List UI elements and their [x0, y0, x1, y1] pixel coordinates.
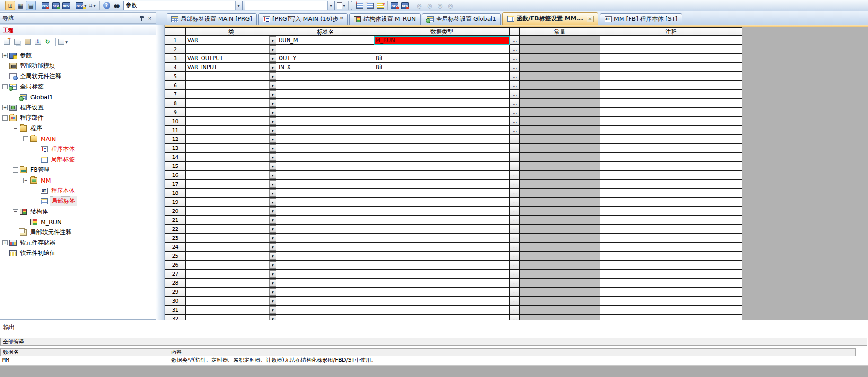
comment-cell[interactable]: [600, 297, 742, 306]
comment-cell[interactable]: [600, 315, 742, 320]
browse-button[interactable]: ...: [510, 144, 519, 152]
browse-button[interactable]: ...: [510, 270, 519, 278]
comment-cell[interactable]: [600, 225, 742, 234]
class-cell[interactable]: ▼: [186, 252, 277, 261]
comment-cell[interactable]: [600, 36, 742, 45]
label-name-cell[interactable]: RUN_M: [277, 36, 374, 45]
class-cell[interactable]: ▼: [186, 288, 277, 297]
tab-6[interactable]: MM [FB] 程序本体 [ST]: [600, 13, 682, 25]
device-write-icon[interactable]: DEV: [400, 1, 410, 10]
data-type-cell[interactable]: [374, 252, 510, 261]
data-type-cell[interactable]: [374, 279, 510, 288]
data-type-cell[interactable]: [374, 243, 510, 252]
comment-cell[interactable]: [600, 270, 742, 279]
label-name-cell[interactable]: [277, 261, 374, 270]
comment-cell[interactable]: [600, 126, 742, 135]
comment-cell[interactable]: [600, 135, 742, 144]
data-type-cell[interactable]: [374, 315, 510, 320]
data-type-cell[interactable]: [374, 81, 510, 90]
tree-item-软元件初始值[interactable]: 软元件初始值: [0, 248, 156, 258]
browse-button[interactable]: ...: [510, 153, 519, 161]
class-dropdown-button[interactable]: ▼: [269, 108, 276, 116]
expand-icon[interactable]: +: [2, 105, 8, 110]
label-name-cell[interactable]: [277, 162, 374, 171]
data-type-cell[interactable]: [374, 288, 510, 297]
tree-item-全局软元件注释[interactable]: 全局软元件注释: [0, 71, 156, 81]
browse-button[interactable]: ...: [510, 261, 519, 269]
row-number[interactable]: 14: [165, 153, 186, 162]
tree-item-MAIN[interactable]: −MAIN: [0, 133, 156, 144]
class-dropdown-button[interactable]: ▼: [269, 144, 276, 152]
label-name-cell[interactable]: [277, 198, 374, 207]
class-cell[interactable]: ▼: [186, 45, 277, 54]
row-number[interactable]: 3: [165, 54, 186, 63]
comment-cell[interactable]: [600, 288, 742, 297]
comment-cell[interactable]: [600, 180, 742, 189]
module-configuration-icon[interactable]: ▦: [16, 1, 26, 10]
class-cell[interactable]: ▼: [186, 171, 277, 180]
label-name-cell[interactable]: [277, 297, 374, 306]
new-data-icon[interactable]: [2, 37, 11, 47]
browse-button[interactable]: ...: [510, 108, 519, 116]
sort-icon[interactable]: ▼: [58, 37, 68, 47]
label-name-cell[interactable]: [277, 225, 374, 234]
class-dropdown-button[interactable]: ▼: [269, 288, 276, 296]
data-type-cell[interactable]: [374, 99, 510, 108]
label-name-cell[interactable]: [277, 99, 374, 108]
row-number[interactable]: 19: [165, 198, 186, 207]
row-number[interactable]: 10: [165, 117, 186, 126]
refresh-icon[interactable]: [44, 37, 53, 47]
class-dropdown-button[interactable]: ▼: [269, 99, 276, 107]
device-display-icon[interactable]: DEV▼: [75, 1, 87, 10]
browse-button[interactable]: ...: [510, 243, 519, 251]
tree-item-局部软元件注释[interactable]: 局部软元件注释: [0, 227, 156, 237]
collapse-icon[interactable]: −: [2, 115, 8, 121]
class-cell[interactable]: ▼: [186, 162, 277, 171]
label-name-cell[interactable]: [277, 234, 374, 243]
collapse-icon[interactable]: −: [23, 136, 28, 141]
row-number[interactable]: 17: [165, 180, 186, 189]
comment-cell[interactable]: [600, 81, 742, 90]
label-name-cell[interactable]: [277, 108, 374, 117]
class-dropdown-button[interactable]: ▼: [269, 297, 276, 305]
class-dropdown-button[interactable]: ▼: [269, 261, 276, 269]
data-type-cell[interactable]: [374, 180, 510, 189]
comment-cell[interactable]: [600, 243, 742, 252]
class-cell[interactable]: ▼: [186, 153, 277, 162]
row-number[interactable]: 21: [165, 216, 186, 225]
comment-cell[interactable]: [600, 171, 742, 180]
toolbar-grip[interactable]: [351, 1, 353, 10]
class-dropdown-button[interactable]: ▼: [269, 72, 276, 80]
comment-cell[interactable]: [600, 234, 742, 243]
tree-item-MM[interactable]: −MM: [0, 175, 156, 185]
tree-item-软元件存储器[interactable]: +软元件存储器: [0, 237, 156, 248]
chevron-down-icon[interactable]: ▼: [327, 1, 334, 10]
class-dropdown-button[interactable]: ▼: [269, 81, 276, 89]
data-type-cell[interactable]: Bit: [374, 63, 510, 72]
tree-item-局部标签[interactable]: 局部标签: [0, 196, 156, 206]
device-read-icon[interactable]: DEV: [390, 1, 400, 10]
data-type-cell[interactable]: [374, 171, 510, 180]
label-name-cell[interactable]: [277, 144, 374, 153]
browse-button[interactable]: ...: [510, 171, 519, 179]
comment-cell[interactable]: [600, 198, 742, 207]
class-cell[interactable]: ▼: [186, 279, 277, 288]
class-cell[interactable]: ▼: [186, 135, 277, 144]
browse-button[interactable]: ...: [510, 198, 519, 206]
comment-cell[interactable]: [600, 153, 742, 162]
comment-cell[interactable]: [600, 144, 742, 153]
data-type-cell[interactable]: [374, 234, 510, 243]
comment-cell[interactable]: [600, 189, 742, 198]
row-number[interactable]: 16: [165, 171, 186, 180]
browse-button[interactable]: ...: [510, 306, 519, 314]
browse-button[interactable]: ...: [510, 99, 519, 107]
data-type-cell[interactable]: [374, 153, 510, 162]
class-cell[interactable]: ▼: [186, 198, 277, 207]
expand-icon[interactable]: +: [2, 240, 8, 245]
browse-button[interactable]: ...: [510, 72, 519, 80]
class-dropdown-button[interactable]: ▼: [269, 117, 276, 125]
label-name-cell[interactable]: [277, 207, 374, 216]
class-cell[interactable]: ▼: [186, 261, 277, 270]
device-list-icon[interactable]: DEV: [51, 1, 61, 10]
device-combo[interactable]: 参数 ▼: [123, 1, 243, 10]
